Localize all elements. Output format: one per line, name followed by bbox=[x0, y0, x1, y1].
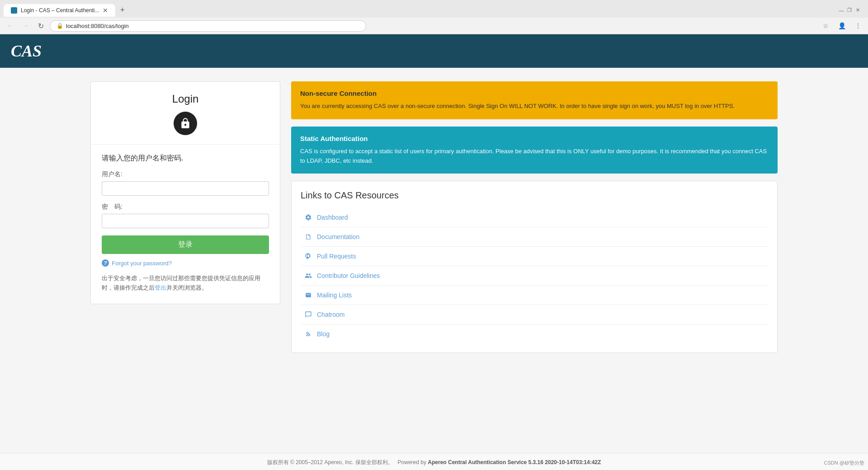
resources-box: Links to CAS Resources Dashboard Docu bbox=[291, 181, 778, 353]
footer-powered-by-detail: Apereo Central Authentication Service 5.… bbox=[428, 459, 601, 465]
browser-actions: ☆ 👤 ⋮ bbox=[819, 19, 864, 32]
logout-link[interactable]: 登出 bbox=[155, 284, 166, 291]
security-note-part2: 并关闭浏览器。 bbox=[166, 284, 208, 291]
lock-icon: 🔒 bbox=[57, 23, 63, 29]
right-column: Non-secure Connection You are currently … bbox=[291, 81, 778, 353]
login-title: Login bbox=[100, 93, 271, 105]
back-button[interactable]: ← bbox=[4, 19, 16, 32]
gear-icon bbox=[304, 213, 312, 221]
close-button[interactable]: ✕ bbox=[854, 7, 861, 14]
app-footer: 版权所有 © 2005–2012 Apereo, Inc. 保留全部权利。 Po… bbox=[0, 453, 868, 470]
browser-chrome: Login - CAS – Central Authenti... ✕ + — … bbox=[0, 0, 868, 34]
username-input[interactable] bbox=[102, 181, 269, 196]
security-note: 出于安全考虑，一旦您访问过那些需要您提供凭证信息的应用时，请操作完成之后登出并关… bbox=[102, 274, 269, 293]
login-header: Login bbox=[91, 82, 280, 145]
doc-icon bbox=[304, 233, 312, 241]
documentation-link[interactable]: Documentation bbox=[301, 227, 768, 247]
address-bar: ← → ↻ 🔒 localhost:8080/cas/login ☆ 👤 ⋮ bbox=[0, 18, 868, 34]
tab-close-button[interactable]: ✕ bbox=[103, 7, 108, 14]
mailing-lists-link[interactable]: Mailing Lists bbox=[301, 286, 768, 305]
footer-copyright: 版权所有 © 2005–2012 Apereo, Inc. 保留全部权利。 bbox=[267, 459, 393, 465]
warning-title: Non-secure Connection bbox=[300, 89, 769, 97]
static-auth-box: Static Authentication CAS is configured … bbox=[291, 127, 778, 174]
page-wrapper: CAS Login 请输入您的用户名和密码. 用户名: 密 bbox=[0, 34, 868, 470]
login-card: Login 请输入您的用户名和密码. 用户名: 密 码: 登录 ? bbox=[90, 81, 280, 304]
dashboard-link[interactable]: Dashboard bbox=[301, 208, 768, 227]
password-input[interactable] bbox=[102, 214, 269, 228]
maximize-button[interactable]: ❐ bbox=[846, 7, 853, 14]
login-body: 请输入您的用户名和密码. 用户名: 密 码: 登录 ? Forgot your … bbox=[91, 145, 280, 304]
account-button[interactable]: 👤 bbox=[835, 19, 848, 32]
username-label: 用户名: bbox=[102, 170, 269, 179]
pull-requests-label: Pull Requests bbox=[317, 253, 356, 260]
menu-button[interactable]: ⋮ bbox=[852, 19, 864, 32]
csdn-badge: CSDN @矽垫分垫 bbox=[824, 460, 864, 466]
form-instruction: 请输入您的用户名和密码. bbox=[102, 154, 269, 163]
warning-box: Non-secure Connection You are currently … bbox=[291, 81, 778, 119]
documentation-label: Documentation bbox=[317, 233, 359, 240]
dashboard-label: Dashboard bbox=[317, 214, 348, 221]
chat-icon bbox=[304, 310, 312, 319]
content-area: Login 请输入您的用户名和密码. 用户名: 密 码: 登录 ? bbox=[0, 68, 868, 453]
tab-favicon bbox=[11, 7, 17, 14]
rss-icon bbox=[304, 330, 312, 338]
blog-link[interactable]: Blog bbox=[301, 324, 768, 343]
login-lock-icon bbox=[174, 112, 197, 135]
cas-logo: CAS bbox=[11, 42, 42, 61]
browser-tab[interactable]: Login - CAS – Central Authenti... ✕ bbox=[4, 4, 115, 17]
forgot-password-link[interactable]: ? Forgot your password? bbox=[102, 259, 269, 267]
refresh-button[interactable]: ↻ bbox=[34, 19, 47, 32]
help-icon: ? bbox=[102, 259, 109, 267]
app-header: CAS bbox=[0, 34, 868, 68]
resources-title: Links to CAS Resources bbox=[301, 190, 768, 201]
window-controls: — ❐ ✕ bbox=[838, 7, 864, 14]
mail-icon bbox=[304, 291, 312, 299]
tab-title: Login - CAS – Central Authenti... bbox=[21, 7, 99, 14]
url-bar[interactable]: 🔒 localhost:8080/cas/login bbox=[50, 20, 366, 32]
blog-label: Blog bbox=[317, 330, 330, 338]
pullreq-icon bbox=[304, 252, 312, 260]
contributor-guidelines-link[interactable]: Contributor Guidelines bbox=[301, 266, 768, 286]
minimize-button[interactable]: — bbox=[838, 7, 844, 14]
chatroom-link[interactable]: Chatroom bbox=[301, 305, 768, 324]
password-label: 密 码: bbox=[102, 203, 269, 211]
contrib-icon bbox=[304, 272, 312, 280]
new-tab-button[interactable]: + bbox=[115, 3, 129, 18]
static-auth-title: Static Authentication bbox=[300, 135, 769, 142]
url-text: localhost:8080/cas/login bbox=[66, 23, 129, 29]
chatroom-label: Chatroom bbox=[317, 311, 344, 318]
star-button[interactable]: ☆ bbox=[819, 19, 832, 32]
main-content: Login 请输入您的用户名和密码. 用户名: 密 码: 登录 ? bbox=[0, 68, 868, 367]
warning-text: You are currently accessing CAS over a n… bbox=[300, 102, 769, 111]
mailing-lists-label: Mailing Lists bbox=[317, 291, 352, 299]
forgot-password-text: Forgot your password? bbox=[112, 260, 172, 267]
static-auth-text: CAS is configured to accept a static lis… bbox=[300, 147, 769, 166]
login-button[interactable]: 登录 bbox=[102, 235, 269, 254]
forward-button[interactable]: → bbox=[19, 19, 32, 32]
pull-requests-link[interactable]: Pull Requests bbox=[301, 247, 768, 266]
footer-powered-by: Powered by bbox=[398, 459, 426, 465]
contributor-guidelines-label: Contributor Guidelines bbox=[317, 272, 380, 279]
